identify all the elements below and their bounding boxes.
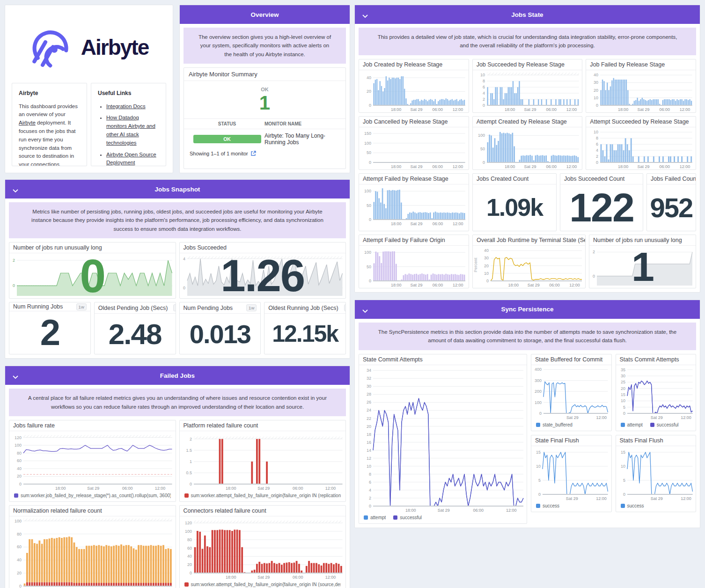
table-row[interactable]: OK Airbyte: Too Many Long-Running Jobs: [184, 129, 345, 149]
bar-chart[interactable]: 024681018:00Sat 2906:0012:00: [473, 70, 582, 112]
svg-text:20: 20: [484, 263, 489, 268]
svg-text:18:00: 18:00: [391, 164, 401, 169]
svg-text:30: 30: [620, 374, 625, 378]
area-chart[interactable]: 02 1: [589, 246, 696, 288]
bar-chart[interactable]: 024681018:00Sat 2906:0012:00: [586, 127, 696, 169]
svg-text:15: 15: [536, 450, 541, 455]
line-chart[interactable]: 02040608010012018:00Sat 2906:0012:00: [9, 431, 176, 491]
bar-chart[interactable]: 0204018:00Sat 2906:0012:00: [359, 70, 469, 112]
line-chart[interactable]: 051015Sat 2912:00: [616, 446, 696, 501]
svg-text:0: 0: [539, 411, 542, 416]
overview-header[interactable]: Overview: [180, 5, 350, 24]
svg-text:18:00: 18:00: [226, 575, 236, 580]
chevron-down-icon[interactable]: [362, 308, 368, 315]
chart-title: Number of jobs run unusually long: [9, 243, 176, 253]
area-chart[interactable]: 02 0: [9, 253, 176, 298]
status-badge[interactable]: OK: [193, 135, 261, 143]
svg-text:12:00: 12:00: [681, 496, 691, 501]
jobs-state-header[interactable]: Jobs State: [355, 5, 700, 24]
legend-item[interactable]: success: [536, 503, 559, 508]
failed-jobs-description: A central place for all failure related …: [9, 389, 346, 416]
bar-chart[interactable]: 05010015018:00Sat 2906:0012:00: [359, 127, 469, 169]
number-oldest-pending-job: Oldest Pending Job (Secs)1w 2.48: [94, 302, 176, 354]
jobs-snapshot-section: Jobs Snapshot Metrics like number of per…: [5, 179, 350, 359]
chart-title: Stats Final Flush: [616, 435, 696, 446]
svg-text:Sat 29: Sat 29: [524, 164, 536, 169]
svg-text:0: 0: [369, 279, 371, 283]
svg-text:Sat 29: Sat 29: [638, 107, 650, 112]
svg-text:20: 20: [17, 474, 22, 478]
svg-text:8: 8: [483, 79, 485, 83]
svg-text:6: 6: [369, 479, 371, 484]
chart-title: State Final Flush: [531, 435, 611, 446]
svg-text:06:00: 06:00: [432, 107, 442, 112]
svg-text:Sat 29: Sat 29: [410, 107, 422, 112]
chart-state-buffered-for-commit: State Buffered for Commit 0100200300400S…: [531, 354, 612, 431]
legend-item[interactable]: success: [621, 503, 644, 508]
line-chart[interactable]: 024681012141618202224262830323418:00Sat …: [359, 365, 527, 513]
legend-item[interactable]: state_buffered: [536, 422, 573, 427]
svg-text:0: 0: [189, 571, 191, 575]
link-integration-docs[interactable]: Integration Docs: [106, 103, 146, 109]
svg-text:30: 30: [594, 80, 598, 85]
svg-text:26: 26: [367, 400, 371, 404]
note-text-pre: This dashboard provides an overview of y…: [19, 103, 78, 118]
bar-chart[interactable]: 05010018:00Sat 2906:0012:00: [359, 246, 469, 288]
dashboard-note: Airbyte This dashboard provides an overv…: [12, 83, 87, 166]
svg-text:10: 10: [620, 464, 625, 469]
svg-text:Sat 29: Sat 29: [528, 283, 540, 287]
chevron-down-icon[interactable]: [362, 13, 368, 20]
svg-text:0: 0: [189, 482, 191, 486]
chart-title: Attempt Failed by Release Stage: [359, 174, 469, 184]
svg-text:150: 150: [364, 131, 371, 136]
svg-text:400: 400: [535, 367, 542, 372]
link-open-source-deployment[interactable]: Airbyte Open Source Deployment: [106, 152, 156, 166]
failed-jobs-header[interactable]: Failed Jobs: [5, 366, 350, 385]
bar-chart[interactable]: 01020304018:00Sat 2906:0012:00: [586, 70, 696, 112]
svg-text:20: 20: [17, 571, 22, 575]
legend-item[interactable]: attempt: [621, 422, 643, 427]
useful-links-title: Useful Links: [98, 89, 159, 98]
status-ok-count: 1: [184, 92, 345, 114]
svg-text:Sat 29: Sat 29: [87, 486, 99, 491]
chart-attempt-failed-by-release-stage: Attempt Failed by Release Stage 05010018…: [359, 173, 469, 231]
monitor-name[interactable]: Airbyte: Too Many Long-Running Jobs: [264, 132, 340, 146]
legend-item[interactable]: successful: [650, 422, 679, 427]
chart-title: Normalization related failure count: [9, 506, 176, 516]
svg-text:50: 50: [367, 264, 371, 269]
svg-text:30: 30: [484, 256, 489, 260]
line-chart[interactable]: 05101520253035Sat 2912:00: [616, 365, 696, 420]
svg-text:12:00: 12:00: [680, 107, 690, 112]
line-chart[interactable]: 0100200300400Sat 2912:00: [531, 365, 611, 420]
bar-chart[interactable]: 05010018:00Sat 2906:0012:00: [473, 127, 582, 169]
chart-title: Attempt Created by Release Stage: [473, 117, 582, 127]
stacked-bar-chart[interactable]: 02040608010018:00Sat 2906:0012:00: [9, 516, 176, 588]
line-chart[interactable]: 01020304018:00Sat 2906:0012:00Percent: [473, 246, 585, 288]
jobs-snapshot-header[interactable]: Jobs Snapshot: [5, 180, 350, 198]
list-item: Airbyte Open Source Deployment: [106, 151, 159, 166]
bar-chart[interactable]: 02040608010012018:00Sat 2906:0012:00: [180, 516, 346, 580]
svg-text:40: 40: [367, 75, 371, 80]
legend-item[interactable]: successful: [393, 515, 422, 520]
svg-text:18:00: 18:00: [391, 221, 402, 226]
bar-chart[interactable]: 00.511.5218:00Sat 2906:0012:00: [180, 431, 346, 491]
legend-item[interactable]: sum:worker.job_failed_by_release_stage(*…: [14, 493, 171, 498]
bar-chart[interactable]: 05010018:00Sat 2906:0012:00: [359, 184, 469, 227]
chevron-down-icon[interactable]: [13, 187, 18, 194]
area-chart[interactable]: 04 1.26: [180, 253, 346, 298]
legend-item[interactable]: sum:worker.attempt_failed_by_failure_ori…: [184, 582, 341, 587]
line-chart[interactable]: 051015Sat 2912:00: [531, 446, 611, 501]
chevron-down-icon[interactable]: [13, 374, 18, 381]
sync-persistence-section: Sync Persistence The SyncPersistence met…: [354, 300, 700, 528]
svg-text:10: 10: [536, 464, 541, 469]
link-datadog-monitors[interactable]: How Datadog monitors Airbyte and other A…: [106, 115, 155, 145]
legend-item[interactable]: attempt: [364, 515, 386, 520]
svg-text:2: 2: [483, 97, 485, 102]
showing-text: Showing 1–1 of 1 monitor: [190, 151, 248, 156]
svg-text:18:00: 18:00: [405, 508, 416, 513]
sync-persistence-header[interactable]: Sync Persistence: [355, 300, 700, 319]
chart-title: Job Cancelled by Release Stage: [359, 117, 469, 127]
airbyte-link[interactable]: Airbyte: [19, 120, 36, 125]
external-link-icon[interactable]: [250, 151, 256, 156]
legend-item[interactable]: sum:worker.attempt_failed_by_failure_ori…: [184, 493, 341, 498]
